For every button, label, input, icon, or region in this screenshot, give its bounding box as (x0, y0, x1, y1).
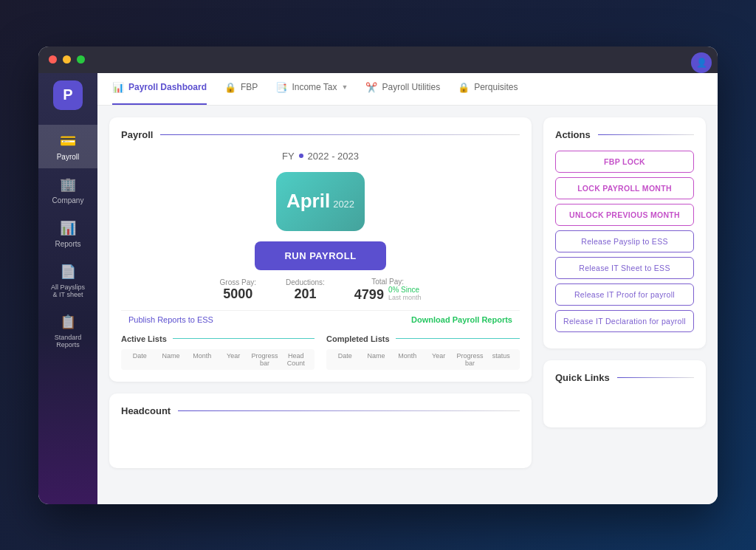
unlock-previous-button[interactable]: UNLOCK PREVIOUS MONTH (555, 204, 694, 226)
tab-label: Perquisites (474, 82, 518, 92)
stats-row: Gross Pay: 5000 Deductions: 201 Total Pa… (121, 270, 520, 310)
fy-label: FY 2022 - 2023 (282, 151, 359, 162)
payroll-section-title: Payroll (121, 129, 153, 140)
download-reports-link[interactable]: Download Payroll Reports (411, 315, 512, 324)
col-date2: Date (331, 352, 359, 367)
actions-card: Actions FBP Lock LOCK PAYROLL MONTH UNLO… (543, 117, 706, 348)
company-icon: 🏢 (59, 176, 77, 193)
sidebar-item-label: Company (52, 196, 84, 204)
dashboard-tab-icon: 📊 (112, 82, 124, 93)
headcount-divider (178, 410, 520, 411)
headcount-card-header: Headcount (121, 405, 520, 416)
headcount-card: Headcount (109, 393, 532, 468)
sidebar-item-reports[interactable]: 📊 Reports (38, 212, 97, 255)
window-min-dot[interactable] (63, 55, 71, 63)
tab-label: Payroll Utilities (382, 82, 440, 92)
deductions-stat: Deductions: 201 (286, 278, 325, 302)
fbp-tab-icon: 🔒 (224, 82, 236, 93)
active-list-header: Date Name Month Year Progress bar Head C… (121, 349, 315, 370)
actions-card-header: Actions (555, 129, 694, 140)
col-year2: Year (425, 352, 453, 367)
main-content: 📊 Payroll Dashboard 🔒 FBP 📑 Income Tax ▼… (97, 73, 718, 504)
tab-label: FBP (241, 82, 258, 92)
payroll-card-center: FY 2022 - 2023 April 2022 RUN PAYROLL (121, 151, 520, 270)
since-badge: 0% Since (388, 286, 422, 294)
month-tile: April 2022 (276, 172, 365, 231)
col-name: Name (157, 352, 185, 367)
col-date: Date (126, 352, 154, 367)
browser-chrome (38, 47, 718, 73)
active-lists-block: Active Lists Date Name Month Year Progre… (121, 334, 315, 370)
sidebar-item-company[interactable]: 🏢 Company (38, 168, 97, 212)
sidebar-item-payroll[interactable]: 💳 Payroll (38, 125, 97, 168)
completed-list-header: Date Name Month Year Progress bar status (326, 349, 520, 370)
col-status: status (487, 352, 515, 367)
since-sub: Last month (388, 294, 422, 301)
sidebar-item-label: StandardReports (55, 334, 82, 348)
run-payroll-button[interactable]: RUN PAYROLL (255, 241, 385, 270)
headcount-title: Headcount (121, 405, 171, 416)
actions-divider (598, 134, 694, 135)
deductions-label: Deductions: (286, 278, 325, 286)
payroll-card-header: Payroll (121, 129, 520, 140)
window-max-dot[interactable] (77, 55, 85, 63)
payslips-icon: 📄 (59, 263, 77, 281)
fbp-lock-button[interactable]: FBP Lock (555, 151, 694, 173)
gross-pay-stat: Gross Pay: 5000 (220, 278, 256, 302)
utilities-tab-icon: ✂️ (365, 82, 377, 93)
release-it-sheet-button[interactable]: Release IT Sheet to ESS (555, 257, 694, 279)
completed-lists-block: Completed Lists Date Name Month Year Pro… (326, 334, 520, 370)
publish-row: Publish Reports to ESS Download Payroll … (121, 310, 520, 329)
gross-pay-label: Gross Pay: (220, 278, 256, 286)
gross-pay-value: 5000 (220, 286, 256, 302)
right-panel: Actions FBP Lock LOCK PAYROLL MONTH UNLO… (543, 117, 706, 492)
sidebar: P 💳 Payroll 🏢 Company 📊 Reports 📄 All Pa… (38, 73, 97, 504)
completed-lists-title: Completed Lists (326, 334, 520, 343)
tab-payroll-dashboard[interactable]: 📊 Payroll Dashboard (112, 73, 207, 105)
quick-links-card: Quick Links (543, 360, 706, 427)
release-it-decl-button[interactable]: Release IT Declaration for payroll (555, 310, 694, 332)
actions-title: Actions (555, 129, 591, 140)
col-progress2: Progress bar (456, 352, 484, 367)
content-body: Payroll FY 2022 - 2023 April 2022 (97, 106, 718, 504)
total-pay-stat: Total Pay: 4799 0% Since Last month (354, 278, 422, 303)
quick-links-header: Quick Links (555, 372, 694, 383)
headcount-chart-placeholder (121, 427, 520, 456)
tab-utilities[interactable]: ✂️ Payroll Utilities (365, 73, 440, 105)
tab-label: Income Tax (292, 82, 337, 92)
col-headcount: Head Count (282, 352, 310, 367)
top-nav: 📊 Payroll Dashboard 🔒 FBP 📑 Income Tax ▼… (97, 73, 718, 106)
deductions-value: 201 (286, 286, 325, 302)
col-year: Year (219, 352, 247, 367)
col-progress: Progress bar (250, 352, 278, 367)
app-logo: P (53, 80, 83, 110)
month-year: 2022 (333, 199, 354, 210)
tab-income-tax[interactable]: 📑 Income Tax ▼ (275, 73, 348, 105)
total-pay-label: Total Pay: (354, 278, 422, 286)
completed-list-line (396, 338, 520, 339)
col-name2: Name (362, 352, 390, 367)
sidebar-item-label: Reports (55, 240, 80, 248)
sidebar-item-payslips[interactable]: 📄 All Payslips& IT sheet (38, 255, 97, 306)
user-avatar[interactable]: 👤 (691, 52, 712, 73)
tab-fbp[interactable]: 🔒 FBP (224, 73, 258, 105)
fy-dot (299, 154, 303, 158)
window-close-dot[interactable] (49, 55, 57, 63)
payroll-icon: 💳 (59, 132, 77, 150)
header-divider (160, 134, 520, 135)
reports-icon: 📊 (59, 219, 77, 237)
lock-payroll-button[interactable]: LOCK PAYROLL MONTH (555, 177, 694, 199)
sidebar-item-label: Payroll (57, 153, 80, 161)
quick-links-divider (617, 377, 694, 378)
release-it-proof-button[interactable]: Release IT Proof for payroll (555, 283, 694, 306)
payroll-card: Payroll FY 2022 - 2023 April 2022 (109, 117, 532, 382)
active-list-line (173, 338, 315, 339)
publish-reports-link[interactable]: Publish Reports to ESS (128, 315, 213, 324)
sidebar-item-standard[interactable]: 📋 StandardReports (38, 306, 97, 356)
tab-label: Payroll Dashboard (128, 82, 207, 92)
col-month: Month (188, 352, 216, 367)
tab-perquisites[interactable]: 🔒 Perquisites (458, 73, 518, 105)
release-payslip-button[interactable]: Release Payslip to ESS (555, 230, 694, 252)
left-panel: Payroll FY 2022 - 2023 April 2022 (109, 117, 532, 492)
sidebar-item-label: All Payslips& IT sheet (51, 283, 85, 298)
